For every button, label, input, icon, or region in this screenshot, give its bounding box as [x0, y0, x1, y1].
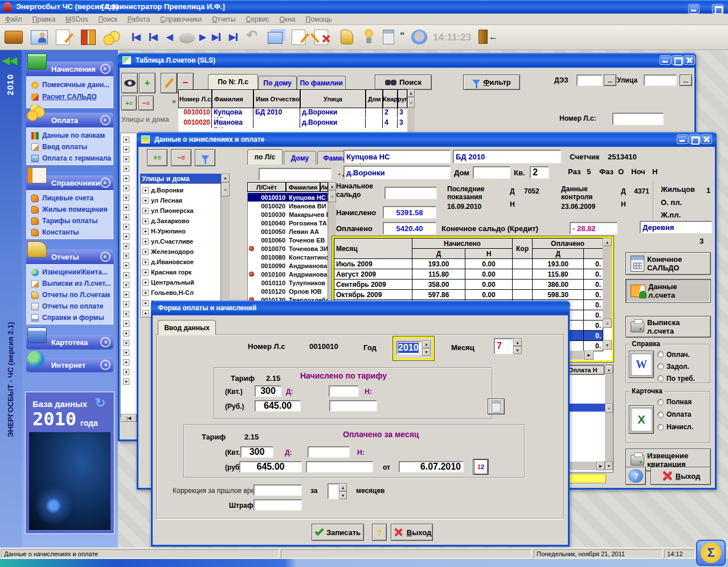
filter-button[interactable] [195, 149, 215, 166]
account-row[interactable]: 0010020 Иванова ВИ [248, 202, 328, 210]
edit-icon[interactable] [292, 30, 305, 45]
rub-field[interactable]: 645.00 [255, 400, 301, 412]
folders-icon[interactable] [268, 32, 283, 44]
radio-icon[interactable] [657, 424, 664, 430]
tree-expand-icon[interactable] [123, 262, 129, 269]
minimize-button[interactable] [688, 4, 700, 14]
year-spinner[interactable]: 2010 ▲ ▼ [393, 336, 434, 360]
col-header-district[interactable]: руг [398, 89, 407, 108]
close-button[interactable] [701, 134, 712, 144]
tree-expand-icon[interactable] [142, 269, 149, 276]
tree-expand-icon[interactable] [123, 233, 129, 240]
save-button[interactable]: Записать [312, 524, 364, 541]
account-row[interactable]: 0010010 Купцова НС БД 2 [248, 193, 328, 202]
scroll-track[interactable] [603, 246, 612, 319]
tree-expand-icon[interactable] [123, 137, 129, 143]
radio-option[interactable]: Оплата [657, 408, 693, 421]
account-row[interactable]: 0010080 Константино [248, 253, 328, 261]
scroll-up-icon[interactable]: ▲ [328, 182, 336, 190]
sidebar-item[interactable]: Жилые помещения [31, 206, 117, 213]
account-row[interactable]: 0010120 Орлов ЮВ [248, 287, 328, 295]
menu-item[interactable]: Поиск [93, 14, 122, 24]
tree-expand-icon[interactable] [123, 330, 129, 336]
final-balance-button[interactable]: КонечноеСАЛЬДО [625, 252, 711, 275]
accrued-field[interactable]: 5391.58 [383, 206, 436, 219]
sidebar-item[interactable]: Лицевые счета [31, 194, 117, 202]
col-header-house[interactable]: Дом [366, 89, 383, 108]
col-header-number[interactable]: Номер Л.с [178, 89, 212, 108]
account-extract-button[interactable]: Выпискал.счета [625, 316, 711, 338]
rub-night-field[interactable] [329, 400, 377, 412]
client-name-field[interactable]: Купцова НС [343, 150, 451, 163]
tree-expand-icon[interactable] [123, 185, 129, 191]
tree-expand-icon[interactable] [123, 243, 129, 249]
sidebar-item[interactable]: Тарифы оплаты [31, 217, 117, 225]
account-row[interactable]: 0010040 Рогозина ТА [248, 219, 328, 227]
scroll-up-icon[interactable]: ▲ [221, 174, 230, 182]
menu-item[interactable]: Справочники [155, 14, 207, 24]
rub-night-field[interactable] [306, 461, 373, 472]
tree-expand-icon[interactable] [142, 280, 149, 286]
help-button[interactable]: ? [625, 467, 646, 485]
menu-item[interactable]: Сервис [240, 14, 274, 24]
nav-last-icon[interactable]: ▶ [229, 32, 238, 42]
col-accrued[interactable]: Начислено [412, 239, 513, 249]
col-header-name[interactable]: Им [320, 182, 328, 192]
expand-chevron-icon[interactable] [100, 360, 111, 370]
tree-expand-icon[interactable] [142, 187, 149, 194]
collapse-chevron-icon[interactable] [100, 178, 111, 188]
initial-balance-field[interactable] [385, 187, 437, 199]
sidebar-item[interactable]: Данные по пачкам [31, 132, 117, 139]
scroll-thumb[interactable]: ≡ [328, 191, 336, 202]
col-day[interactable]: Д [533, 249, 584, 259]
tree-expand-icon[interactable] [123, 146, 129, 153]
radio-option[interactable]: Задол. [657, 360, 695, 372]
street-field[interactable]: д.Воронки [343, 166, 451, 179]
edit-record-button[interactable] [161, 73, 177, 93]
scroll-track[interactable] [221, 196, 230, 299]
tree-expand-icon[interactable] [142, 300, 149, 306]
col-paid[interactable]: Оплачено [533, 239, 603, 249]
expand-group-button[interactable]: +≡ [121, 96, 137, 110]
spin-down-icon[interactable]: ▼ [422, 348, 431, 356]
table-row[interactable]: 0010020 Иванова ВИ д.Воронки 4 3 [178, 118, 407, 129]
col-cut[interactable] [584, 249, 603, 259]
sidebar-item[interactable]: Справки и формы [31, 314, 117, 322]
expand-tree-button[interactable]: +≡ [147, 149, 167, 166]
col-header-surname[interactable]: Фамилия [286, 182, 320, 192]
tree-item[interactable]: ул Лесная [142, 195, 220, 206]
tree-item[interactable]: ул Пионерска [142, 206, 220, 216]
collapse-chevron-icon[interactable] [100, 115, 111, 125]
tree-item[interactable]: Центральный [142, 277, 220, 287]
correction-months-field[interactable] [328, 483, 339, 499]
tree-expand-icon[interactable] [123, 291, 129, 298]
radio-icon[interactable] [657, 375, 664, 381]
tree-expand-icon[interactable] [142, 218, 149, 224]
kwt-field[interactable]: 300 [240, 446, 273, 458]
fine-field[interactable] [253, 499, 302, 511]
calculator-icon[interactable] [383, 30, 394, 44]
street-browse-button[interactable]: ... [680, 75, 692, 86]
scroll-right-icon[interactable]: ▶ [584, 351, 594, 360]
dez-browse-button[interactable]: ... [604, 75, 616, 86]
scroll-up-icon[interactable]: ▲ [605, 365, 613, 373]
help-button[interactable]: ? [372, 524, 387, 541]
radio-option[interactable]: Начисл. [657, 421, 693, 433]
tree-expand-icon[interactable] [142, 249, 149, 255]
scroll-thumb[interactable]: ≡ [603, 319, 612, 328]
scroll-track[interactable] [407, 108, 415, 132]
account-number-field[interactable] [612, 113, 664, 125]
chevron-more[interactable]: » [172, 97, 176, 105]
radio-option[interactable]: Оплач. [657, 348, 695, 360]
menu-item[interactable]: Окна [275, 14, 301, 24]
spin-up-icon[interactable]: ▲ [513, 338, 522, 346]
menu-item[interactable]: Помощь [301, 14, 337, 24]
search-button[interactable]: Поиск [375, 75, 432, 90]
nav-prev-icon[interactable]: ◀ [166, 32, 173, 42]
tree-item[interactable]: Гольево,Н-Сл [142, 287, 220, 298]
rub-field[interactable]: 645.00 [239, 461, 302, 472]
scroll-icon[interactable] [341, 30, 353, 44]
tree-expand-icon[interactable] [142, 290, 149, 296]
sigma-taskbar-icon[interactable]: Σ [696, 540, 726, 566]
tree-expand-icon[interactable] [123, 166, 129, 172]
